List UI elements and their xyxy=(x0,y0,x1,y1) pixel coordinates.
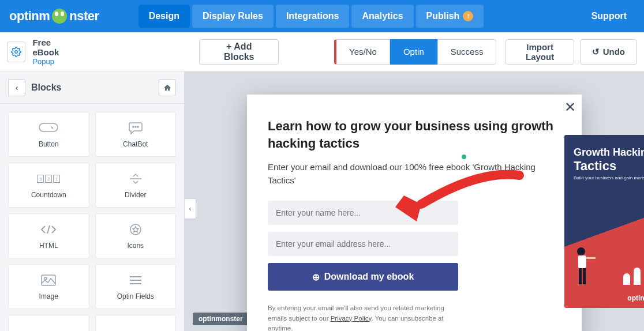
tab-publish[interactable]: Publish! xyxy=(416,5,484,28)
block-label: Countdown xyxy=(31,191,66,199)
chevron-left-icon: ‹ xyxy=(16,83,18,92)
popup-preview[interactable]: ✕ Learn how to grow your business using … xyxy=(247,95,582,331)
step-tabs: Yes/No Optin Success xyxy=(334,39,496,65)
svg-point-8 xyxy=(577,247,585,255)
support-button[interactable]: Support xyxy=(583,5,635,27)
step-yes-no[interactable]: Yes/No xyxy=(334,39,390,65)
home-icon xyxy=(163,84,171,92)
block-label: Image xyxy=(39,292,58,300)
campaign-title: Free eBook xyxy=(32,37,74,57)
privacy-link[interactable]: Privacy Policy xyxy=(331,315,372,322)
block-countdown[interactable]: 321 Countdown xyxy=(8,163,89,208)
blocks-grid: Button ChatBot 321 Countdown Divider HTM… xyxy=(0,104,184,331)
sidebar-title: Blocks xyxy=(31,82,153,93)
settings-button[interactable] xyxy=(7,42,25,62)
svg-rect-11 xyxy=(583,268,586,284)
svg-point-2 xyxy=(133,126,134,127)
import-layout-button[interactable]: Import Layout xyxy=(506,39,574,65)
chevron-left-icon: ‹ xyxy=(189,205,192,213)
download-button[interactable]: ⊕ Download my ebook xyxy=(268,263,458,291)
block-extra-1[interactable] xyxy=(8,315,89,331)
fields-icon xyxy=(129,273,143,288)
disclaimer-text: By entering your email we'll also send y… xyxy=(268,303,458,331)
svg-point-0 xyxy=(15,50,18,53)
watermark: optinmonster xyxy=(193,313,249,325)
cover-subtitle: Build your business and gain more users xyxy=(574,175,644,180)
svg-point-4 xyxy=(137,126,138,127)
block-label: Icons xyxy=(127,242,144,250)
undo-icon: ↺ xyxy=(592,47,600,57)
block-label: Optin Fields xyxy=(117,292,154,300)
tab-design[interactable]: Design xyxy=(138,5,190,28)
campaign-info: Free eBook Popup xyxy=(7,37,74,66)
close-icon: ✕ xyxy=(564,99,576,115)
gear-icon xyxy=(11,47,21,57)
block-label: ChatBot xyxy=(123,140,148,148)
tab-analytics[interactable]: Analytics xyxy=(351,5,413,28)
block-chatbot[interactable]: ChatBot xyxy=(95,112,177,157)
cover-title: Growth HackingTactics xyxy=(574,146,644,173)
download-icon: ⊕ xyxy=(312,272,320,283)
brand-logo[interactable]: optinmnster xyxy=(9,9,99,24)
name-input[interactable] xyxy=(268,201,458,225)
svg-rect-12 xyxy=(586,257,596,259)
canvas[interactable]: ‹ optinmonster ✕ Learn how to grow your … xyxy=(185,72,644,331)
block-divider[interactable]: Divider xyxy=(95,163,177,208)
collapse-panel-button[interactable]: ‹ xyxy=(185,198,196,219)
block-html[interactable]: HTML xyxy=(8,213,89,258)
popup-heading[interactable]: Learn how to grow your business using gr… xyxy=(268,118,561,152)
top-nav: optinmnster Design Display Rules Integra… xyxy=(0,0,644,32)
email-input[interactable] xyxy=(268,232,458,256)
block-image[interactable]: Image xyxy=(8,264,89,309)
publish-badge-icon: ! xyxy=(463,11,473,21)
countdown-icon: 321 xyxy=(37,171,60,186)
block-label: Button xyxy=(39,140,59,148)
block-extra-2[interactable] xyxy=(95,315,177,331)
block-button[interactable]: Button xyxy=(8,112,89,157)
campaign-type[interactable]: Popup xyxy=(32,57,74,66)
block-label: Divider xyxy=(125,191,146,199)
button-icon xyxy=(39,121,58,136)
sidebar: ‹ Blocks Button ChatBot 321 Countdown xyxy=(0,72,185,331)
tab-integrations[interactable]: Integrations xyxy=(276,5,350,28)
nav-tabs: Design Display Rules Integrations Analyt… xyxy=(138,5,484,28)
undo-button[interactable]: ↺ Undo xyxy=(580,39,637,65)
back-button[interactable]: ‹ xyxy=(8,79,25,96)
sidebar-header: ‹ Blocks xyxy=(0,72,184,104)
indicator-dot-icon xyxy=(462,155,466,159)
monster-icon xyxy=(52,9,67,24)
divider-icon xyxy=(129,171,143,186)
bar-chart-icon xyxy=(623,247,644,285)
chat-icon xyxy=(128,121,143,136)
html-icon xyxy=(40,222,57,237)
ebook-cover: Growth HackingTactics Build your busines… xyxy=(564,135,644,308)
tab-display-rules[interactable]: Display Rules xyxy=(192,5,274,28)
step-optin[interactable]: Optin xyxy=(390,39,437,65)
home-button[interactable] xyxy=(159,79,176,96)
image-icon xyxy=(41,273,56,288)
cover-brand: optinmonster xyxy=(627,294,644,302)
svg-rect-1 xyxy=(39,123,58,131)
svg-rect-9 xyxy=(578,255,586,268)
toolbar: Free eBook Popup + Add Blocks Yes/No Opt… xyxy=(0,32,644,72)
svg-rect-6 xyxy=(42,275,55,285)
block-label: HTML xyxy=(39,242,58,250)
svg-point-3 xyxy=(135,126,136,127)
block-optin-fields[interactable]: Optin Fields xyxy=(95,264,177,309)
step-success[interactable]: Success xyxy=(437,39,497,65)
close-button[interactable]: ✕ xyxy=(564,99,576,115)
svg-point-7 xyxy=(44,277,47,280)
add-blocks-button[interactable]: + Add Blocks xyxy=(199,39,279,65)
popup-lead[interactable]: Enter your email and download our 100% f… xyxy=(268,161,561,187)
star-icon xyxy=(129,222,142,237)
person-icon xyxy=(572,246,596,286)
svg-rect-10 xyxy=(579,268,582,284)
block-icons[interactable]: Icons xyxy=(95,213,177,258)
